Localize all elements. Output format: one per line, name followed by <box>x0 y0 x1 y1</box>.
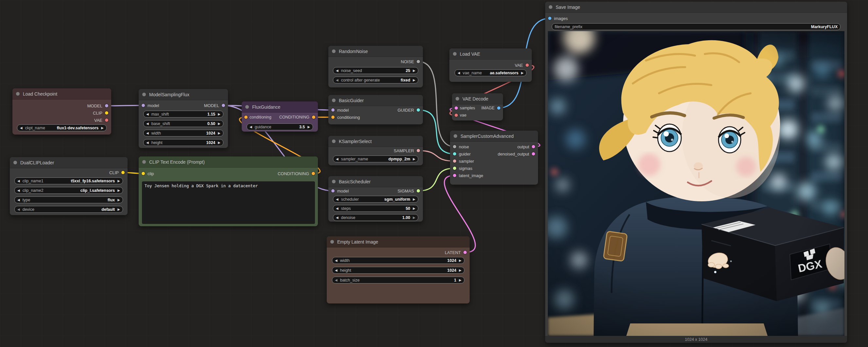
denoised-output-port[interactable] <box>532 152 535 155</box>
model-input-port[interactable] <box>331 189 335 193</box>
clip-output-port[interactable] <box>105 111 108 115</box>
node-load-checkpoint[interactable]: Load Checkpoint MODEL CLIP VAE ◀ ckpt_na… <box>12 88 111 135</box>
node-basic-scheduler[interactable]: BasicScheduler model SIGMAS ◀ scheduler … <box>328 176 423 222</box>
decrement-arrow-icon[interactable]: ◀ <box>17 189 20 192</box>
sigmas-input-port[interactable] <box>453 167 456 170</box>
node-save-image[interactable]: Save Image images filename_prefix Markur… <box>545 2 847 343</box>
clip-input-port[interactable] <box>142 172 145 175</box>
increment-arrow-icon[interactable]: ▶ <box>117 208 120 211</box>
decrement-arrow-icon[interactable]: ◀ <box>335 259 338 262</box>
vae-input-port[interactable] <box>455 114 458 117</box>
noise-output-port[interactable] <box>417 60 420 63</box>
decrement-arrow-icon[interactable]: ◀ <box>336 207 339 210</box>
samples-input-port[interactable] <box>455 106 458 110</box>
sampler-output-port[interactable] <box>417 149 420 152</box>
model-output-port[interactable] <box>222 104 225 107</box>
decrement-arrow-icon[interactable]: ◀ <box>146 122 149 125</box>
clip-name1-widget[interactable]: ◀ clip_name1 t5xxl_fp16.safetensors ▶ <box>14 177 123 184</box>
increment-arrow-icon[interactable]: ▶ <box>117 189 120 192</box>
decrement-arrow-icon[interactable]: ◀ <box>146 113 149 116</box>
control-after-generate-widget[interactable]: ◀ control after generate fixed ▶ <box>333 77 418 84</box>
images-input-port[interactable] <box>548 17 551 20</box>
batch-size-widget[interactable]: ◀ batch_size 1 ▶ <box>332 277 464 284</box>
increment-arrow-icon[interactable]: ▶ <box>413 69 415 73</box>
decrement-arrow-icon[interactable]: ◀ <box>17 208 20 211</box>
conditioning-input-port[interactable] <box>331 116 335 119</box>
scheduler-widget[interactable]: ◀ scheduler sgm_uniform ▶ <box>333 196 418 203</box>
height-widget[interactable]: ◀ height 1024 ▶ <box>143 139 223 146</box>
steps-widget[interactable]: ◀ steps 50 ▶ <box>333 205 418 212</box>
prompt-textarea[interactable]: Toy Jensen holding a DGX Spark in a data… <box>142 181 315 224</box>
filename-prefix-widget[interactable]: filename_prefix MarkuryFLUX <box>552 23 840 30</box>
vae-name-widget[interactable]: ◀ vae_name ae.safetensors ▶ <box>455 69 527 76</box>
node-model-sampling-flux[interactable]: ModelSamplingFlux model MODEL ◀ max_shif… <box>139 89 228 148</box>
height-widget[interactable]: ◀ height 1024 ▶ <box>332 267 464 274</box>
increment-arrow-icon[interactable]: ▶ <box>413 157 415 161</box>
decrement-arrow-icon[interactable]: ◀ <box>146 132 149 135</box>
increment-arrow-icon[interactable]: ▶ <box>459 259 462 262</box>
increment-arrow-icon[interactable]: ▶ <box>117 198 120 202</box>
decrement-arrow-icon[interactable]: ◀ <box>17 179 20 183</box>
increment-arrow-icon[interactable]: ▶ <box>413 216 415 219</box>
decrement-arrow-icon[interactable]: ◀ <box>336 216 339 219</box>
guidance-widget[interactable]: ◀ guidance 3.5 ▶ <box>247 123 313 130</box>
increment-arrow-icon[interactable]: ▶ <box>521 71 524 75</box>
max-shift-widget[interactable]: ◀ max_shift 1.15 ▶ <box>143 111 223 118</box>
latent-image-input-port[interactable] <box>453 174 456 177</box>
model-input-port[interactable] <box>331 108 335 112</box>
decrement-arrow-icon[interactable]: ◀ <box>336 79 339 82</box>
increment-arrow-icon[interactable]: ▶ <box>218 132 220 135</box>
guider-output-port[interactable] <box>417 108 420 112</box>
increment-arrow-icon[interactable]: ▶ <box>218 113 220 116</box>
increment-arrow-icon[interactable]: ▶ <box>459 279 462 282</box>
increment-arrow-icon[interactable]: ▶ <box>413 79 415 82</box>
node-ksampler-select[interactable]: KSamplerSelect SAMPLER ◀ sampler_name dp… <box>328 136 423 165</box>
denoise-widget[interactable]: ◀ denoise 1.00 ▶ <box>333 214 418 221</box>
conditioning-input-port[interactable] <box>244 116 248 119</box>
node-sampler-custom-advanced[interactable]: SamplerCustomAdvanced noise output guide… <box>450 131 538 185</box>
decrement-arrow-icon[interactable]: ◀ <box>20 126 23 129</box>
node-dual-clip-loader[interactable]: DualCLIPLoader CLIP ◀ clip_name1 t5xxl_f… <box>10 157 128 215</box>
increment-arrow-icon[interactable]: ▶ <box>101 126 104 129</box>
decrement-arrow-icon[interactable]: ◀ <box>335 279 338 282</box>
noise-input-port[interactable] <box>453 145 456 148</box>
node-vae-decode[interactable]: VAE Decode samples IMAGE vae <box>452 93 503 120</box>
vae-output-port[interactable] <box>105 118 108 122</box>
node-flux-guidance[interactable]: FluxGuidance conditioning CONDITIONING ◀… <box>242 102 318 132</box>
graph-canvas[interactable]: { "slot_colors": { "model": "#b39ddb", "… <box>0 0 868 347</box>
decrement-arrow-icon[interactable]: ◀ <box>250 125 252 129</box>
increment-arrow-icon[interactable]: ▶ <box>117 179 120 183</box>
vae-output-port[interactable] <box>526 63 529 67</box>
type-widget[interactable]: ◀ type flux ▶ <box>14 196 123 203</box>
model-input-port[interactable] <box>142 104 145 107</box>
output-port[interactable] <box>532 145 535 148</box>
increment-arrow-icon[interactable]: ▶ <box>459 269 462 272</box>
conditioning-output-port[interactable] <box>312 116 315 119</box>
model-output-port[interactable] <box>105 104 108 107</box>
sampler-name-widget[interactable]: ◀ sampler_name dpmpp_2m ▶ <box>333 155 418 162</box>
noise-seed-widget[interactable]: ◀ noise_seed 25 ▶ <box>333 67 418 74</box>
width-widget[interactable]: ◀ width 1024 ▶ <box>332 257 464 264</box>
decrement-arrow-icon[interactable]: ◀ <box>146 141 149 144</box>
node-basic-guider[interactable]: BasicGuider model GUIDER conditioning <box>328 95 423 124</box>
increment-arrow-icon[interactable]: ▶ <box>413 207 415 210</box>
width-widget[interactable]: ◀ width 1024 ▶ <box>143 129 223 137</box>
base-shift-widget[interactable]: ◀ base_shift 0.50 ▶ <box>143 120 223 127</box>
guider-input-port[interactable] <box>453 152 456 155</box>
sigmas-output-port[interactable] <box>417 189 420 193</box>
decrement-arrow-icon[interactable]: ◀ <box>336 69 339 73</box>
decrement-arrow-icon[interactable]: ◀ <box>17 198 20 202</box>
increment-arrow-icon[interactable]: ▶ <box>218 122 220 125</box>
increment-arrow-icon[interactable]: ▶ <box>307 125 310 129</box>
device-widget[interactable]: ◀ device default ▶ <box>14 206 123 213</box>
node-load-vae[interactable]: Load VAE VAE ◀ vae_name ae.safetensors ▶ <box>450 49 532 82</box>
decrement-arrow-icon[interactable]: ◀ <box>335 269 338 272</box>
node-clip-text-encode[interactable]: CLIP Text Encode (Prompt) clip CONDITION… <box>139 156 318 226</box>
decrement-arrow-icon[interactable]: ◀ <box>336 198 339 201</box>
node-empty-latent-image[interactable]: Empty Latent Image LATENT ◀ width 1024 ▶… <box>327 236 470 303</box>
clip-name2-widget[interactable]: ◀ clip_name2 clip_l.safetensors ▶ <box>14 187 123 194</box>
node-random-noise[interactable]: RandomNoise NOISE ◀ noise_seed 25 ▶ ◀ co… <box>328 46 423 87</box>
latent-output-port[interactable] <box>463 251 467 254</box>
sampler-input-port[interactable] <box>453 160 456 163</box>
clip-output-port[interactable] <box>121 171 125 174</box>
